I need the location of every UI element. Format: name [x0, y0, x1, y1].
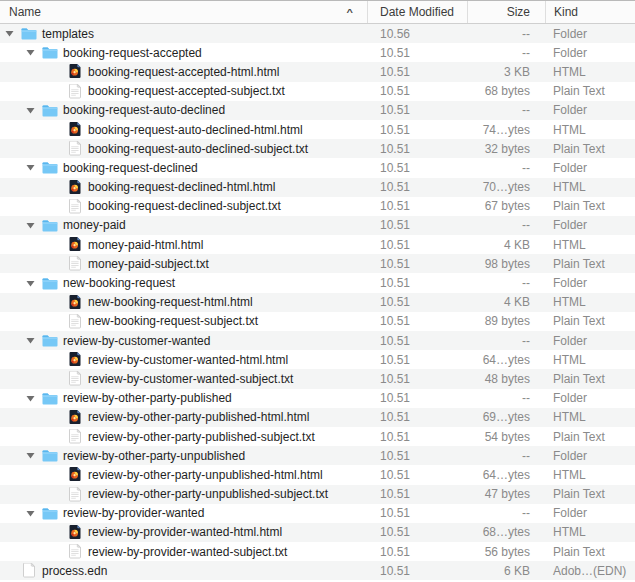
disclosure-triangle-icon[interactable]: [25, 164, 42, 171]
date-modified-cell: 10.51: [367, 123, 467, 137]
disclosure-triangle-icon[interactable]: [25, 107, 42, 114]
column-header-size-label: Size: [507, 5, 530, 19]
disclosure-triangle-icon[interactable]: [50, 88, 67, 95]
name-cell: review-by-other-party-unpublished: [0, 448, 367, 464]
table-row[interactable]: review-by-customer-wanted-subject.txt 10…: [0, 369, 635, 388]
table-row[interactable]: booking-request-auto-declined 10.51 -- F…: [0, 101, 635, 120]
table-row[interactable]: booking-request-auto-declined-subject.tx…: [0, 139, 635, 158]
disclosure-triangle-icon[interactable]: [50, 471, 67, 478]
date-modified-cell: 10.51: [367, 180, 467, 194]
disclosure-triangle-icon[interactable]: [50, 68, 67, 75]
disclosure-triangle-icon[interactable]: [25, 452, 42, 459]
column-header-kind[interactable]: Kind: [545, 1, 635, 23]
html-file-icon: [67, 64, 83, 80]
disclosure-triangle-icon[interactable]: [50, 433, 67, 440]
disclosure-triangle-icon[interactable]: [50, 299, 67, 306]
column-header-date-modified[interactable]: Date Modified: [367, 1, 467, 23]
table-row[interactable]: review-by-provider-wanted-html.html 10.5…: [0, 523, 635, 542]
table-row[interactable]: process.edn 10.51 6 KB Adob…(EDN): [0, 561, 635, 580]
table-row[interactable]: booking-request-accepted 10.51 -- Folder: [0, 43, 635, 62]
table-row[interactable]: review-by-other-party-published 10.51 --…: [0, 389, 635, 408]
date-modified-cell: 10.56: [367, 27, 467, 41]
table-row[interactable]: booking-request-accepted-subject.txt 10.…: [0, 82, 635, 101]
disclosure-triangle-icon[interactable]: [25, 49, 42, 56]
finder-list-view: Name ^ Date Modified Size Kind: [0, 0, 635, 582]
disclosure-triangle-icon[interactable]: [50, 241, 67, 248]
disclosure-triangle-icon[interactable]: [50, 184, 67, 191]
text-file-icon: [67, 256, 83, 272]
disclosure-triangle-icon[interactable]: [50, 548, 67, 555]
disclosure-triangle-icon[interactable]: [50, 145, 67, 152]
table-row[interactable]: money-paid-subject.txt 10.51 98 bytes Pl…: [0, 254, 635, 273]
file-name: new-booking-request: [63, 276, 175, 290]
disclosure-triangle-icon[interactable]: [4, 30, 21, 37]
table-row[interactable]: new-booking-request-subject.txt 10.51 89…: [0, 312, 635, 331]
disclosure-triangle-icon[interactable]: [50, 529, 67, 536]
kind-cell: HTML: [545, 353, 635, 367]
table-row[interactable]: new-booking-request 10.51 -- Folder: [0, 273, 635, 292]
disclosure-triangle-icon[interactable]: [50, 126, 67, 133]
kind-cell: Plain Text: [545, 314, 635, 328]
kind-cell: Plain Text: [545, 199, 635, 213]
disclosure-triangle-icon[interactable]: [4, 567, 21, 574]
table-row[interactable]: booking-request-declined 10.51 -- Folder: [0, 158, 635, 177]
file-name: templates: [42, 27, 94, 41]
size-cell: 54 bytes: [467, 430, 545, 444]
table-row[interactable]: booking-request-auto-declined-html.html …: [0, 120, 635, 139]
size-cell: --: [467, 506, 545, 520]
name-cell: booking-request-declined-subject.txt: [0, 198, 367, 214]
table-row[interactable]: money-paid-html.html 10.51 4 KB HTML: [0, 235, 635, 254]
kind-cell: Folder: [545, 506, 635, 520]
date-modified-cell: 10.51: [367, 410, 467, 424]
disclosure-triangle-icon[interactable]: [25, 280, 42, 287]
table-row[interactable]: new-booking-request-html.html 10.51 4 KB…: [0, 293, 635, 312]
table-row[interactable]: review-by-other-party-unpublished 10.51 …: [0, 446, 635, 465]
kind-cell: HTML: [545, 65, 635, 79]
date-modified-cell: 10.51: [367, 391, 467, 405]
table-row[interactable]: booking-request-declined-html.html 10.51…: [0, 178, 635, 197]
name-cell: review-by-other-party-unpublished-html.h…: [0, 467, 367, 483]
table-row[interactable]: booking-request-declined-subject.txt 10.…: [0, 197, 635, 216]
disclosure-triangle-icon[interactable]: [50, 356, 67, 363]
table-row[interactable]: review-by-provider-wanted-subject.txt 10…: [0, 542, 635, 561]
file-name: review-by-other-party-unpublished-html.h…: [88, 468, 323, 482]
size-cell: --: [467, 391, 545, 405]
table-row[interactable]: review-by-other-party-published-subject.…: [0, 427, 635, 446]
disclosure-triangle-icon[interactable]: [50, 318, 67, 325]
name-cell: money-paid-html.html: [0, 237, 367, 253]
table-row[interactable]: booking-request-accepted-html.html 10.51…: [0, 62, 635, 81]
disclosure-triangle-icon[interactable]: [50, 491, 67, 498]
disclosure-triangle-icon[interactable]: [25, 510, 42, 517]
table-row[interactable]: money-paid 10.51 -- Folder: [0, 216, 635, 235]
column-header-name[interactable]: Name ^: [0, 1, 367, 23]
date-modified-cell: 10.51: [367, 218, 467, 232]
table-row[interactable]: review-by-other-party-unpublished-html.h…: [0, 465, 635, 484]
table-row[interactable]: templates 10.56 -- Folder: [0, 24, 635, 43]
disclosure-triangle-icon[interactable]: [50, 260, 67, 267]
name-cell: review-by-provider-wanted: [0, 505, 367, 521]
disclosure-triangle-icon[interactable]: [25, 395, 42, 402]
disclosure-triangle-icon[interactable]: [50, 203, 67, 210]
table-row[interactable]: review-by-provider-wanted 10.51 -- Folde…: [0, 504, 635, 523]
kind-cell: HTML: [545, 295, 635, 309]
folder-icon: [42, 275, 58, 291]
disclosure-triangle-icon[interactable]: [25, 222, 42, 229]
name-cell: booking-request-declined-html.html: [0, 179, 367, 195]
kind-cell: Plain Text: [545, 142, 635, 156]
size-cell: --: [467, 276, 545, 290]
size-cell: --: [467, 334, 545, 348]
table-row[interactable]: review-by-customer-wanted 10.51 -- Folde…: [0, 331, 635, 350]
table-row[interactable]: review-by-customer-wanted-html.html 10.5…: [0, 350, 635, 369]
disclosure-triangle-icon[interactable]: [25, 337, 42, 344]
text-file-icon: [67, 486, 83, 502]
date-modified-cell: 10.51: [367, 314, 467, 328]
disclosure-triangle-icon[interactable]: [50, 375, 67, 382]
name-cell: new-booking-request-html.html: [0, 294, 367, 310]
column-header-size[interactable]: Size: [467, 1, 545, 23]
table-row[interactable]: review-by-other-party-unpublished-subjec…: [0, 485, 635, 504]
file-name: review-by-other-party-published-subject.…: [88, 430, 315, 444]
table-row[interactable]: review-by-other-party-published-html.htm…: [0, 408, 635, 427]
file-name: booking-request-declined: [63, 161, 198, 175]
disclosure-triangle-icon[interactable]: [50, 414, 67, 421]
date-modified-cell: 10.51: [367, 84, 467, 98]
